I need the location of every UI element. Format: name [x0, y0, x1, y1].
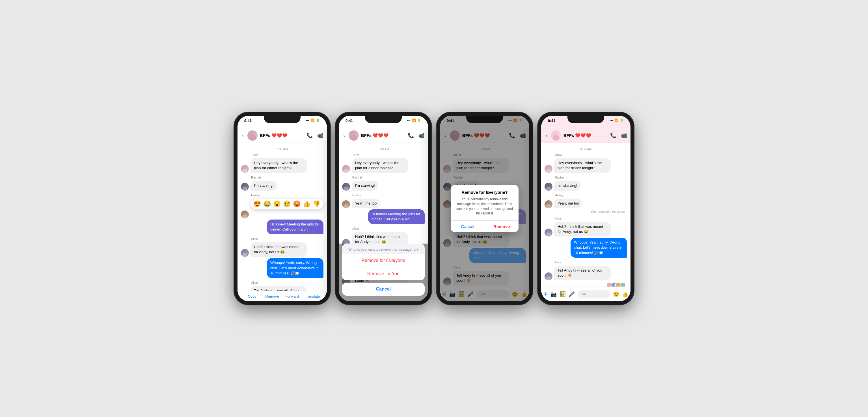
phone4-notch [567, 116, 604, 123]
p4-msg-1: Hey everybody - what's the plan for dinn… [545, 158, 627, 173]
p4-b5: Huh? I think that was meant for Andy, no… [554, 222, 611, 237]
p4-input-field[interactable]: Aa [578, 290, 610, 298]
video-icon[interactable]: 📹 [317, 132, 323, 139]
confirm-body: You'll permanently remove this message f… [451, 197, 519, 220]
p4-b7: Tell Andy hi -- see all of you soon! 🍕 [554, 266, 611, 280]
msg-row-hailey [241, 210, 323, 218]
battery-icon-4: 🔋 [620, 119, 624, 122]
p2-b1: Hey everybody - what's the plan for dinn… [352, 158, 408, 173]
p4-alice-name2: Alice [545, 261, 627, 264]
p2-b3: Yeah, me too [352, 199, 380, 208]
bubble-sent-highlight[interactable]: Hi honey! Meeting the girls for dinner. … [267, 219, 323, 234]
react-laugh[interactable]: 😂 [263, 200, 271, 208]
phone4: 9:41 ▪▪▪ 📶 🔋 ‹ BFFs ❤️❤️❤️ 📞 📹 [538, 112, 634, 305]
phone1-screen: 9:41 ▪▪▪ 📶 🔋 ‹ BFFs ❤️❤️❤️ 📞 📹 [238, 116, 327, 301]
reaction-picker[interactable]: 😍 😂 😮 😢 😡 👍 👎 [250, 199, 323, 209]
hailey-name-2: Hailey [342, 193, 425, 197]
phone2-nav-actions: 📞 📹 [408, 132, 425, 139]
sender-alice: Alice [241, 237, 323, 240]
phone1-time: 9:41 [244, 119, 252, 123]
phone1-frame: 9:41 ▪▪▪ 📶 🔋 ‹ BFFs ❤️❤️❤️ 📞 📹 [234, 112, 330, 305]
msg-row-alice1: Huh? I think that was meant for Andy, no… [241, 242, 323, 257]
rachel-name-2: Rachel [342, 176, 425, 179]
phone4-back[interactable]: ‹ [545, 131, 549, 140]
msg-row-alice2: Tell Andy hi -- see all of you soon! 🍕 [241, 286, 323, 291]
remove-for-you-btn[interactable]: Remove for You [342, 267, 425, 280]
p4-mic-icon[interactable]: 🎤 [568, 291, 575, 297]
forward-button[interactable]: Forward [282, 294, 302, 298]
phones-container: 9:41 ▪▪▪ 📶 🔋 ‹ BFFs ❤️❤️❤️ 📞 📹 [234, 112, 634, 305]
phone2-status-icons: ▪▪▪ 📶 🔋 [407, 119, 421, 122]
react-thumbsup[interactable]: 👍 [303, 200, 310, 208]
p2-hailey-av [342, 200, 350, 208]
remove-sheet-cancel-btn[interactable]: Cancel [342, 282, 425, 296]
confirm-remove-btn[interactable]: Remove [485, 221, 519, 232]
phone4-avatar[interactable] [551, 130, 561, 141]
sender-alice2: Alice [241, 281, 323, 284]
p2-b4[interactable]: Hi honey! Meeting the girls for dinner. … [368, 209, 425, 224]
react-sad[interactable]: 😢 [283, 200, 291, 208]
p4-like-icon[interactable]: 👍 [622, 291, 628, 297]
phone1-back-button[interactable]: ‹ [241, 131, 245, 140]
react-wow[interactable]: 😮 [273, 200, 281, 208]
phone2-video-icon[interactable]: 📹 [418, 132, 425, 139]
remove-button[interactable]: Remove [262, 294, 282, 298]
confirm-overlay: Remove for Everyone? You'll permanently … [440, 116, 529, 301]
bubble-sent-2[interactable]: Whoops! Yeah, sorry. Wrong chat. Let's m… [267, 258, 323, 278]
p4-emoji-icon[interactable]: 😊 [613, 291, 619, 297]
translate-button[interactable]: Translate [302, 294, 322, 298]
confirm-dialog: Remove for Everyone? You'll permanently … [451, 185, 519, 232]
phone2-frame: 9:41 ▪▪▪ 📶 🔋 ‹ BFFs ❤️❤️❤️ 📞 📹 [335, 112, 431, 305]
action-menu: Copy Remove Forward Translate [238, 291, 327, 301]
p4-stacked-avatars [606, 282, 626, 287]
phone2-back[interactable]: ‹ [342, 131, 346, 140]
sender-rachel: Rachel [241, 176, 323, 179]
tanvi-name-2: Tanvi [342, 153, 425, 156]
p4-grid-icon[interactable]: ⊞ [544, 291, 548, 297]
p4-alice-av [545, 229, 553, 237]
p4-b2: I'm starving! [554, 181, 581, 190]
phone2-avatar[interactable] [349, 130, 359, 141]
bubble-1: Hey everybody - what's the plan for dinn… [250, 158, 307, 173]
p4-seen-4 [620, 282, 626, 287]
msg-row-2: I'm starving! [241, 181, 323, 190]
sender-hailey: Hailey [241, 193, 323, 197]
remove-for-everyone-btn[interactable]: Remove for Everyone [342, 254, 425, 267]
p2-tanvi-av [342, 165, 350, 173]
p4-hailey-av [545, 200, 553, 208]
p4-camera-icon[interactable]: 📷 [551, 291, 557, 297]
signal-icon-2: ▪▪▪ [407, 119, 410, 122]
phone4-video-icon[interactable]: 📹 [621, 132, 627, 139]
phone-icon[interactable]: 📞 [307, 132, 313, 139]
p4-b3: Yeah, me too [554, 199, 583, 208]
p4-photo-icon[interactable]: 🖼️ [560, 291, 566, 297]
bubble-alice2: Tell Andy hi -- see all of you soon! 🍕 [250, 286, 307, 291]
hailey-msg-area: 😍 😂 😮 😢 😡 👍 👎 [241, 199, 323, 218]
phone2-phone-icon[interactable]: 📞 [408, 132, 414, 139]
signal-icon-4: ▪▪▪ [610, 119, 613, 122]
p2-b2: I'm starving! [352, 181, 378, 190]
copy-button[interactable]: Copy [242, 294, 262, 298]
react-angry[interactable]: 😡 [293, 200, 301, 208]
p4-rachel-name: Rachel [545, 176, 627, 179]
phone2-title: BFFs ❤️❤️❤️ [361, 133, 405, 138]
p4-b1: Hey everybody - what's the plan for dinn… [554, 158, 611, 173]
p2-rachel-av [342, 183, 350, 191]
p4-hailey-name: Hailey [545, 193, 627, 197]
phone1-nav-actions: 📞 📹 [307, 132, 323, 139]
phone2-time: 9:41 [345, 119, 353, 123]
p4-msg-2: I'm starving! [545, 181, 627, 190]
confirm-cancel-btn[interactable]: Cancel [451, 221, 485, 232]
signal-icon: ▪▪▪ [306, 119, 309, 122]
phone3-frame: 9:41 ▪▪▪ 📶 🔋 ‹ BFFs ❤️❤️❤️ 📞 📹 [437, 112, 533, 305]
wifi-icon: 📶 [311, 119, 315, 122]
react-love[interactable]: 😍 [253, 200, 261, 208]
p4-alice-av2 [545, 272, 553, 280]
react-thumbsdown[interactable]: 👎 [313, 200, 320, 208]
phone4-nav-header: ‹ BFFs ❤️❤️❤️ 📞 📹 [541, 128, 630, 143]
p4-seen-avatars [545, 282, 627, 287]
phone1-avatar[interactable] [247, 130, 257, 141]
phone4-phone-icon[interactable]: 📞 [610, 132, 616, 139]
wifi-icon-4: 📶 [614, 119, 618, 122]
p4-b6[interactable]: Whoops! Yeah, sorry. Wrong chat. Let's m… [570, 238, 627, 258]
